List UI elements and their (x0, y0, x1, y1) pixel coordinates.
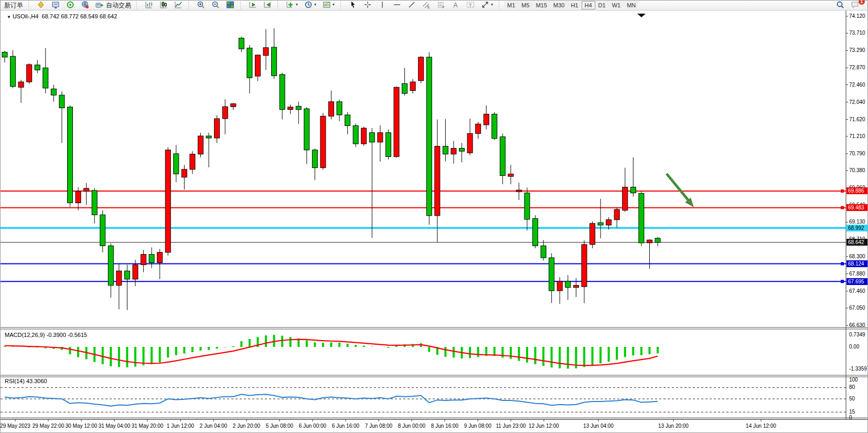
rsi-axis-label: 15 (849, 409, 855, 415)
timeframe-h4-button[interactable]: H4 (582, 1, 595, 9)
navigator-button[interactable] (78, 0, 92, 9)
rsi-axis-label: 100 (849, 377, 858, 383)
new-order-button[interactable]: 新订单 (2, 1, 26, 10)
candle-body (369, 133, 374, 142)
chevron-down-icon[interactable]: ▾ (333, 2, 335, 7)
toolbar-chart-type-icons (142, 0, 186, 10)
candle-body (43, 68, 48, 88)
time-axis-label: 6 Jun 00:00 (299, 423, 326, 429)
timeframe-h1-button[interactable]: H1 (567, 1, 581, 9)
toolbar-separator (28, 2, 31, 9)
chart-window[interactable]: ▼USOil-,H4 68.742 68.772 68.549 68.642 M… (1, 10, 868, 433)
candle-body (459, 149, 465, 152)
candle-body (647, 240, 652, 243)
time-axis-label: 2 Jun 04:00 (200, 423, 227, 429)
price-line-badge: 68.992 (846, 225, 868, 231)
chevron-down-icon[interactable]: ▾ (491, 2, 493, 7)
trendline-button[interactable] (404, 0, 419, 9)
line-chart-button[interactable] (171, 0, 186, 9)
templates-icon (323, 1, 331, 9)
time-axis-label: 13 Jun 04:00 (583, 423, 614, 429)
rsi-axis-label: 0 (849, 415, 852, 420)
chart-symbol: USOil-,H4 (13, 13, 39, 19)
timeframe-m30-button[interactable]: M30 (550, 1, 567, 9)
line-drag-handle[interactable] (841, 262, 844, 266)
periods-icon (304, 1, 313, 9)
line-drag-handle[interactable] (841, 189, 844, 193)
candle-body (476, 124, 481, 133)
chat-icon (851, 1, 859, 9)
candle-body (549, 258, 554, 291)
candle-body (206, 136, 211, 138)
arrows-button[interactable]: ▾ (478, 0, 496, 9)
annotation-arrow[interactable] (667, 174, 691, 203)
zoom-in-button[interactable] (194, 0, 208, 9)
time-axis-label: 9 Jun 08:00 (464, 423, 491, 429)
candlestick-chart-button[interactable] (156, 0, 171, 9)
price-axis-label: 67.880 (849, 271, 865, 277)
auto-scroll-button[interactable] (245, 0, 260, 9)
profiles-button[interactable] (34, 0, 48, 9)
candle-body (312, 150, 317, 168)
crosshair-button[interactable] (360, 0, 375, 9)
channel-button[interactable]: E (419, 0, 434, 9)
timeframe-m1-button[interactable]: M1 (504, 1, 518, 9)
candle-body (639, 193, 644, 242)
fibonacci-button[interactable]: F (434, 0, 448, 9)
line-drag-handle[interactable] (841, 206, 844, 209)
toolbar-indicator-icons: ▾▾▾ (283, 0, 338, 10)
price-axis-label: 71.620 (849, 117, 865, 122)
text-button[interactable]: A (448, 0, 463, 9)
navigator-icon (81, 1, 89, 9)
chevron-down-icon[interactable]: ▾ (296, 2, 298, 7)
timeframe-mn-button[interactable]: MN (624, 1, 639, 9)
label-button[interactable]: T (463, 0, 478, 9)
chart-canvas[interactable] (1, 10, 868, 433)
signal-button[interactable] (63, 0, 78, 9)
time-axis-label: 8 Jun 16:00 (431, 423, 458, 429)
candle-body (68, 107, 73, 203)
candle-body (18, 82, 24, 87)
tile-windows-button[interactable] (223, 0, 238, 9)
candle-body (59, 95, 65, 108)
vertical-line-button[interactable] (375, 0, 390, 9)
candle-body (385, 133, 391, 157)
search-button[interactable] (833, 0, 848, 9)
line-chart-icon (174, 1, 183, 9)
candle-body (623, 187, 628, 210)
chart-shift-marker[interactable] (637, 14, 646, 17)
auto-trading-button[interactable]: 自动交易 (92, 1, 134, 10)
timeframe-m5-button[interactable]: M5 (518, 1, 532, 9)
candle-body (337, 102, 342, 115)
chevron-down-icon[interactable]: ▾ (314, 2, 316, 7)
price-axis-label: 66.630 (849, 322, 865, 328)
label-icon: T (466, 1, 475, 9)
horizontal-line-button[interactable] (390, 0, 404, 9)
line-drag-handle[interactable] (841, 280, 844, 283)
price-axis-label: 72.870 (849, 65, 865, 70)
bar-chart-button[interactable] (142, 0, 156, 9)
market-watch-button[interactable] (48, 0, 63, 9)
price-axis-label: 67.050 (849, 305, 865, 311)
indicators-button[interactable]: ▾ (283, 0, 301, 9)
timeframe-m15-button[interactable]: M15 (533, 1, 550, 9)
mt4-window: 新订单 自动交易 ▾▾▾ EFAT▾ M1M5M15M30H1H4D1W1MN … (0, 0, 868, 433)
toolbar-right-icons: 1 (833, 0, 867, 10)
candle-body (108, 246, 113, 285)
price-axis-label: 74.120 (849, 13, 865, 19)
zoom-out-button[interactable] (208, 0, 223, 9)
price-axis-label: 69.130 (849, 219, 865, 225)
chat-button[interactable]: 1 (848, 0, 862, 9)
periods-button[interactable]: ▾ (301, 0, 319, 9)
svg-text:E: E (427, 5, 430, 9)
symbol-dropdown-icon[interactable]: ▼ (7, 15, 11, 19)
candle-body (598, 223, 603, 225)
cursor-button[interactable] (346, 0, 360, 9)
chart-shift-button[interactable] (260, 0, 275, 9)
candle-body (614, 209, 619, 220)
time-axis-label: 6 Jun 16:00 (332, 423, 359, 429)
candle-body (524, 193, 530, 219)
timeframe-d1-button[interactable]: D1 (595, 1, 609, 9)
templates-button[interactable]: ▾ (319, 0, 338, 9)
timeframe-w1-button[interactable]: W1 (609, 1, 624, 9)
